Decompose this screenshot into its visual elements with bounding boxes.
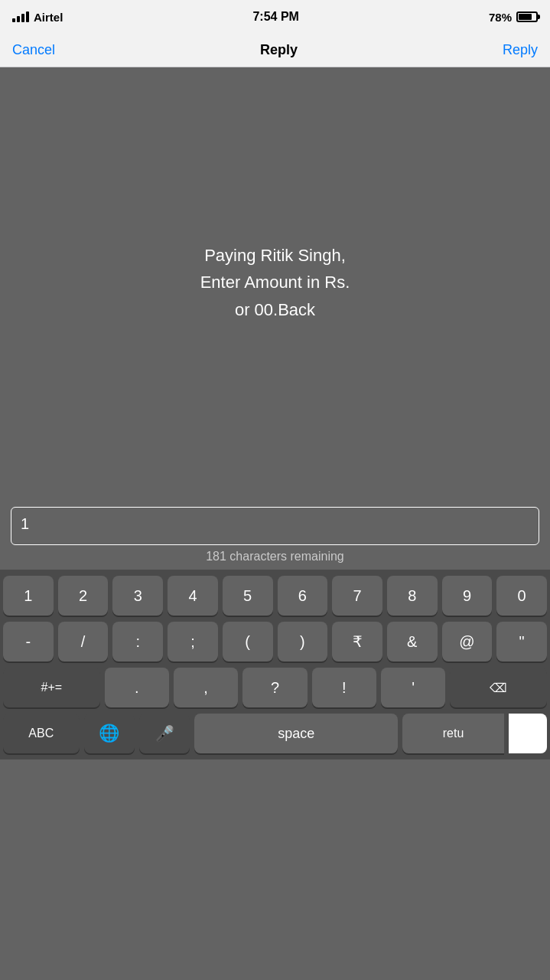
- key-4[interactable]: 4: [168, 576, 218, 616]
- key-3[interactable]: 3: [112, 576, 163, 616]
- keyboard-row-3: #+= . , ? ! ' ⌫: [3, 668, 547, 707]
- key-quote[interactable]: ": [496, 622, 547, 662]
- nav-bar: Cancel Reply Reply: [0, 34, 550, 67]
- key-period[interactable]: .: [105, 668, 169, 707]
- input-value: 1: [21, 515, 29, 532]
- key-minus[interactable]: -: [3, 622, 54, 662]
- cancel-button[interactable]: Cancel: [12, 42, 55, 58]
- carrier-info: Airtel: [12, 11, 63, 24]
- message-line2: Enter Amount in Rs.: [200, 273, 350, 292]
- nav-title: Reply: [260, 42, 298, 58]
- input-area: 1 181 characters remaining: [0, 498, 550, 570]
- reply-input[interactable]: 1: [11, 507, 539, 545]
- carrier-label: Airtel: [34, 11, 63, 24]
- signal-icon: [12, 11, 29, 22]
- key-exclaim[interactable]: !: [312, 668, 376, 707]
- char-remaining: 181 characters remaining: [11, 550, 539, 564]
- time-label: 7:54 PM: [252, 10, 298, 24]
- return-key-overflow: [509, 714, 547, 753]
- key-comma[interactable]: ,: [174, 668, 238, 707]
- key-9[interactable]: 9: [442, 576, 493, 616]
- message-line1: Paying Ritik Singh,: [204, 246, 346, 265]
- key-ampersand[interactable]: &: [387, 622, 438, 662]
- space-key[interactable]: space: [194, 714, 398, 753]
- key-5[interactable]: 5: [223, 576, 273, 616]
- status-bar: Airtel 7:54 PM 78%: [0, 0, 550, 34]
- reply-button[interactable]: Reply: [503, 42, 538, 58]
- key-question[interactable]: ?: [242, 668, 307, 707]
- key-0[interactable]: 0: [496, 576, 547, 616]
- key-colon[interactable]: :: [112, 622, 163, 662]
- backspace-key[interactable]: ⌫: [450, 668, 547, 707]
- keyboard-row-2: - / : ; ( ) ₹ & @ ": [3, 622, 547, 662]
- key-1[interactable]: 1: [3, 576, 54, 616]
- battery-percent: 78%: [489, 11, 512, 24]
- keyboard-row-4: ABC 🌐 🎤 space retu: [3, 714, 547, 753]
- mic-key[interactable]: 🎤: [139, 714, 190, 753]
- key-2[interactable]: 2: [58, 576, 109, 616]
- key-apostrophe[interactable]: ': [381, 668, 445, 707]
- key-hash-plus-equals[interactable]: #+=: [3, 668, 100, 707]
- message-line3: or 00.Back: [235, 300, 315, 319]
- battery-info: 78%: [489, 11, 538, 24]
- globe-key[interactable]: 🌐: [84, 714, 135, 753]
- key-8[interactable]: 8: [387, 576, 438, 616]
- return-key[interactable]: retu: [402, 714, 504, 753]
- key-6[interactable]: 6: [278, 576, 328, 616]
- key-7[interactable]: 7: [332, 576, 382, 616]
- message-text: Paying Ritik Singh, Enter Amount in Rs. …: [200, 242, 350, 323]
- key-rparen[interactable]: ): [278, 622, 328, 662]
- keyboard: 1 2 3 4 5 6 7 8 9 0 - / : ; ( ) ₹ & @ " …: [0, 570, 550, 760]
- message-area: Paying Ritik Singh, Enter Amount in Rs. …: [0, 67, 550, 498]
- keyboard-row-1: 1 2 3 4 5 6 7 8 9 0: [3, 576, 547, 616]
- key-semicolon[interactable]: ;: [168, 622, 218, 662]
- key-slash[interactable]: /: [58, 622, 109, 662]
- key-rupee[interactable]: ₹: [332, 622, 382, 662]
- key-lparen[interactable]: (: [223, 622, 273, 662]
- key-at[interactable]: @: [442, 622, 493, 662]
- key-abc[interactable]: ABC: [3, 714, 80, 753]
- battery-icon: [516, 11, 538, 22]
